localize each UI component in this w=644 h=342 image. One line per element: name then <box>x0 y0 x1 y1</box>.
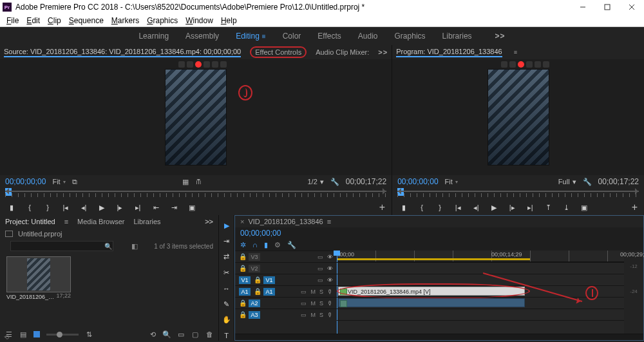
track-a2[interactable]: A2 <box>249 299 260 307</box>
overlay-safemargin-icon[interactable] <box>178 61 185 68</box>
eye-icon[interactable]: 👁 <box>327 254 333 260</box>
tool-ripple[interactable]: ⇄ <box>221 252 232 262</box>
track-a1-mute[interactable]: M <box>310 289 316 295</box>
prog-overlay-record-icon[interactable] <box>518 61 524 68</box>
prog-overlay-btn5-icon[interactable] <box>535 61 541 68</box>
program-in-button[interactable]: { <box>417 202 427 213</box>
ws-editing[interactable]: Editing <box>236 32 260 41</box>
track-lane-v3[interactable] <box>337 262 624 274</box>
footer-freeform-view-icon[interactable] <box>33 331 40 337</box>
window-close-button[interactable] <box>620 0 644 14</box>
track-v3-output[interactable]: ▭ <box>317 254 323 260</box>
program-panel-menu-icon[interactable]: ≡ <box>514 49 517 55</box>
mic-icon[interactable]: 🎙 <box>327 289 333 295</box>
ws-audio[interactable]: Audio <box>358 32 378 41</box>
tl-settings-icon[interactable]: ⚙ <box>274 241 281 249</box>
project-search-input[interactable] <box>10 241 113 251</box>
tab-libraries[interactable]: Libraries <box>133 218 160 225</box>
source-overwrite-button[interactable]: ⇥ <box>169 202 179 213</box>
lock-icon[interactable]: 🔒 <box>254 288 260 295</box>
track-a2-mute[interactable]: M <box>310 300 316 307</box>
footer-icon-view-icon[interactable]: ▤ <box>19 330 27 338</box>
source-out-button[interactable]: } <box>43 202 53 213</box>
menu-edit[interactable]: Edit <box>23 16 44 25</box>
program-video-preview[interactable] <box>488 69 549 166</box>
source-play-button[interactable]: ▶ <box>97 202 107 213</box>
project-item[interactable]: VID_20181206_133846 17;22 <box>6 256 71 300</box>
program-play-button[interactable]: ▶ <box>489 202 499 213</box>
overlay-btn2-icon[interactable] <box>187 61 193 68</box>
source-goto-out-button[interactable]: ▸| <box>133 202 143 213</box>
ws-effects[interactable]: Effects <box>317 32 341 41</box>
ws-color[interactable]: Color <box>283 32 301 41</box>
source-scrubber[interactable] <box>5 191 386 192</box>
timeline-panel-menu-icon[interactable]: ≡ <box>327 218 331 225</box>
footer-zoom-slider[interactable] <box>46 334 79 336</box>
menu-help[interactable]: Help <box>217 16 241 25</box>
menu-file[interactable]: File <box>3 16 23 25</box>
overlay-btn4-icon[interactable] <box>204 61 210 68</box>
prog-overlay-btn6-icon[interactable] <box>543 61 549 68</box>
timeline-clip-audio[interactable] <box>338 298 525 307</box>
track-lane-a3[interactable] <box>337 320 624 332</box>
track-a3-solo[interactable]: S <box>319 312 323 318</box>
program-lift-button[interactable]: ⤒ <box>543 202 553 213</box>
program-out-button[interactable]: } <box>435 202 445 213</box>
footer-new-item-icon[interactable]: ▢ <box>191 330 199 338</box>
source-insert-button[interactable]: ⇤ <box>151 202 161 213</box>
src-v1[interactable]: V1 <box>239 276 251 284</box>
program-button-editor[interactable]: + <box>632 202 638 213</box>
tool-pen[interactable]: ✎ <box>221 299 232 309</box>
program-scrubber[interactable] <box>397 191 639 192</box>
source-ganging-icon[interactable]: ⧉ <box>72 178 77 186</box>
track-v2-output[interactable]: ▭ <box>317 265 323 272</box>
menu-sequence[interactable]: Sequence <box>65 16 108 25</box>
track-a1-output[interactable]: ▭ <box>301 289 307 295</box>
track-a1[interactable]: A1 <box>263 288 275 296</box>
tl-linked-sel-icon[interactable]: ∩ <box>252 241 258 249</box>
timeline-work-area[interactable] <box>337 258 530 260</box>
window-minimize-button[interactable] <box>571 0 595 14</box>
track-a2-solo[interactable]: S <box>319 300 323 307</box>
timeline-scrollbar[interactable] <box>235 334 643 340</box>
tab-program[interactable]: Program: VID_20181206_133846 <box>396 48 502 57</box>
tl-wrench-icon[interactable]: 🔧 <box>287 241 296 249</box>
program-out-timecode[interactable]: 00;00;17;22 <box>598 177 639 186</box>
source-in-button[interactable]: { <box>24 202 35 213</box>
lock-icon[interactable]: 🔒 <box>239 265 245 272</box>
project-panel-menu-icon[interactable]: ≡ <box>64 218 68 225</box>
eye-icon[interactable]: 👁 <box>327 265 333 272</box>
source-drag-video-icon[interactable]: ▦ <box>182 178 189 186</box>
track-v1[interactable]: V1 <box>263 276 275 284</box>
tab-audio-clip-mixer[interactable]: Audio Clip Mixer: <box>316 48 369 56</box>
menu-markers[interactable]: Markers <box>108 16 143 25</box>
track-a3[interactable]: A3 <box>249 311 260 319</box>
track-lane-a2[interactable] <box>337 309 624 320</box>
overlay-btn5-icon[interactable] <box>212 61 218 68</box>
menu-window[interactable]: Window <box>182 16 217 25</box>
program-in-timecode[interactable]: 00;00;00;00 <box>397 177 438 186</box>
footer-find-icon[interactable]: 🔍 <box>163 330 171 338</box>
source-resolution-dropdown[interactable]: 1/2▾ <box>307 178 323 186</box>
source-video-preview[interactable] <box>165 69 227 166</box>
program-settings-icon[interactable]: 🔧 <box>583 178 592 186</box>
ws-editing-menu-icon[interactable]: ≡ <box>262 33 266 40</box>
prog-overlay-safemargin-icon[interactable] <box>501 61 507 68</box>
footer-sort-icon[interactable]: ⇅ <box>85 330 93 338</box>
source-in-timecode[interactable]: 00;00;00;00 <box>5 177 46 186</box>
program-zoom-dropdown[interactable]: Fit▾ <box>445 178 458 185</box>
src-a1[interactable]: A1 <box>239 288 251 296</box>
program-marker-button[interactable]: ▮ <box>399 202 409 213</box>
source-export-frame-button[interactable]: ▣ <box>187 202 197 213</box>
program-extract-button[interactable]: ⤓ <box>561 202 571 213</box>
footer-delete-icon[interactable]: 🗑 <box>205 330 213 338</box>
program-goto-out-button[interactable]: ▸| <box>525 202 535 213</box>
eye-icon[interactable]: 👁 <box>327 277 333 283</box>
source-marker-button[interactable]: ▮ <box>6 202 17 213</box>
track-v3[interactable]: V3 <box>249 253 260 261</box>
tab-effect-controls[interactable]: Effect Controls <box>250 46 307 58</box>
tool-track-select[interactable]: ⇥ <box>221 236 232 246</box>
mic-icon[interactable]: 🎙 <box>327 312 333 318</box>
program-export-frame-button[interactable]: ▣ <box>579 202 589 213</box>
source-goto-in-button[interactable]: |◂ <box>61 202 71 213</box>
